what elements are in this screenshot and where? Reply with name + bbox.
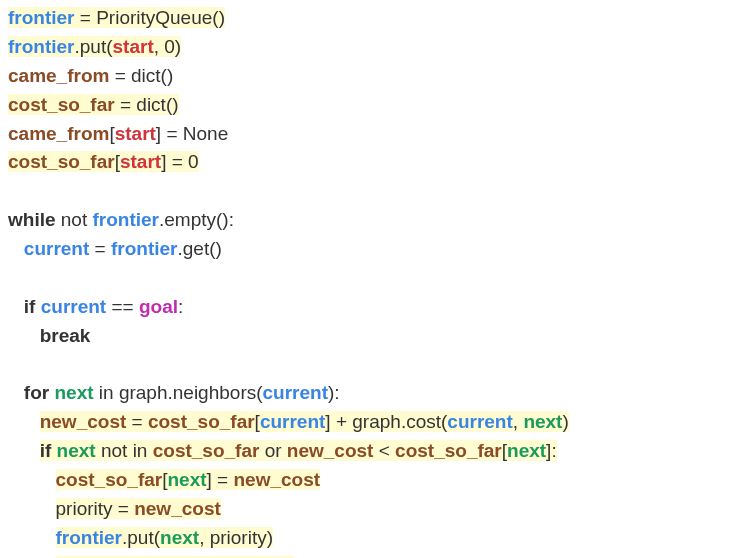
code-block: frontier = PriorityQueue() frontier.put(… (8, 4, 727, 558)
